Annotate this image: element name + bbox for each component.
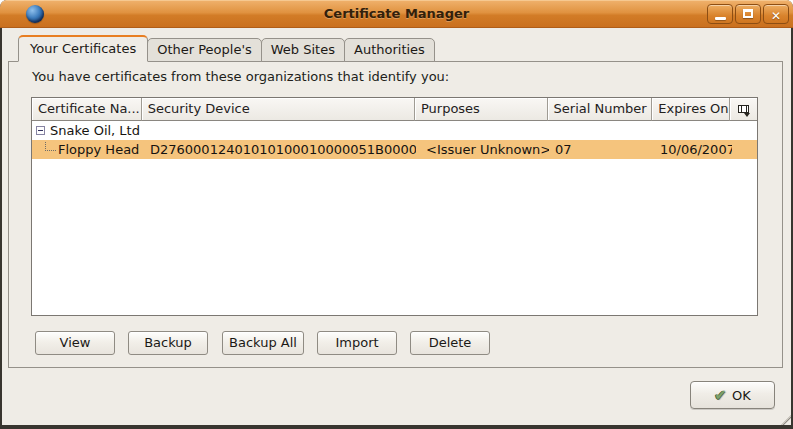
- tree-header: Certificate Na... Security Device Purpos…: [32, 98, 757, 121]
- minimize-icon: [715, 17, 726, 20]
- delete-button[interactable]: Delete: [410, 331, 490, 355]
- backup-button[interactable]: Backup: [128, 331, 208, 355]
- column-header-purposes[interactable]: Purposes: [415, 98, 548, 121]
- certificate-tree[interactable]: Certificate Na... Security Device Purpos…: [31, 97, 758, 316]
- tab-strip: Your Certificates Other People's Web Sit…: [18, 35, 434, 62]
- close-icon: ✕: [771, 9, 781, 23]
- column-picker-icon: [738, 105, 749, 113]
- cell-certificate-name: Floppy Head: [32, 140, 142, 159]
- table-row-certificate[interactable]: Floppy Head D27600012401010100010000051B…: [32, 140, 757, 159]
- maximize-icon: [743, 9, 753, 18]
- ok-button-label: OK: [732, 388, 751, 403]
- tab-your-certificates[interactable]: Your Certificates: [18, 35, 148, 62]
- group-label: Snake Oil, Ltd: [50, 121, 140, 140]
- column-header-expires-on[interactable]: Expires On: [652, 98, 730, 121]
- minimize-button[interactable]: [707, 4, 733, 24]
- maximize-button[interactable]: [735, 4, 761, 24]
- tab-other-peoples[interactable]: Other People's: [147, 38, 262, 62]
- cell-expires-on: 10/06/2007: [654, 140, 732, 159]
- table-row-group[interactable]: Snake Oil, Ltd: [32, 121, 757, 140]
- close-button[interactable]: ✕: [763, 4, 789, 24]
- cell-purposes: <Issuer Unknown>: [416, 140, 549, 159]
- backup-all-button[interactable]: Backup All: [222, 331, 304, 355]
- certificate-manager-window: Certificate Manager ✕ Your Certificates …: [0, 0, 793, 429]
- ok-button[interactable]: ✔ OK: [690, 381, 775, 409]
- cell-serial-number: 07: [549, 140, 654, 159]
- tree-body: Snake Oil, Ltd Floppy Head D276000124010…: [32, 121, 757, 159]
- window-title: Certificate Manager: [0, 0, 793, 28]
- titlebar[interactable]: Certificate Manager ✕: [0, 0, 793, 28]
- cell-security-device: D27600012401010100010000051B0000: [142, 140, 416, 159]
- import-button[interactable]: Import: [317, 331, 397, 355]
- dialog-content: Your Certificates Other People's Web Sit…: [2, 28, 791, 425]
- column-header-certificate-name[interactable]: Certificate Na...: [32, 98, 142, 121]
- tab-web-sites[interactable]: Web Sites: [261, 38, 345, 62]
- collapse-expander-icon[interactable]: [36, 126, 45, 135]
- column-header-security-device[interactable]: Security Device: [142, 98, 415, 121]
- column-picker-button[interactable]: [730, 98, 757, 121]
- tree-branch-icon: [45, 142, 56, 151]
- resize-grip[interactable]: [778, 415, 791, 425]
- panel-description: You have certificates from these organiz…: [32, 69, 449, 84]
- column-header-serial-number[interactable]: Serial Number: [548, 98, 653, 121]
- view-button[interactable]: View: [35, 331, 115, 355]
- check-icon: ✔: [714, 388, 727, 403]
- tab-authorities[interactable]: Authorities: [344, 38, 435, 62]
